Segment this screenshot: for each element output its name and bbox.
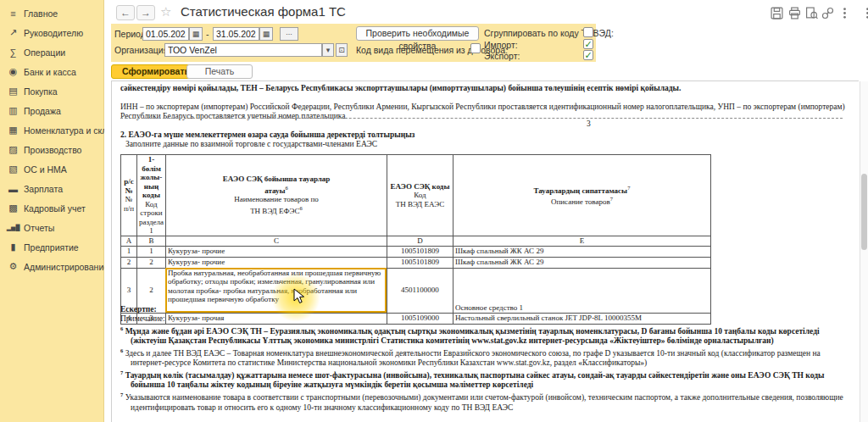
letter-cell[interactable]: D xyxy=(387,236,453,246)
organization-input[interactable] xyxy=(164,43,322,57)
page-number: 3 xyxy=(587,119,591,128)
sidebar-item-enterprise[interactable]: ▮Предприятие xyxy=(0,237,103,257)
notes-title-ru: Примечание: xyxy=(120,314,854,324)
sidebar-item-operations[interactable]: ∑Операции xyxy=(0,42,103,62)
trend-icon: ↗ xyxy=(6,27,20,38)
sidebar-item-label: Предприятие xyxy=(24,242,79,253)
cell-tn-code[interactable]: 1005101809 xyxy=(387,246,453,257)
organization-label: Организация: xyxy=(114,45,170,55)
sidebar-item-purchase[interactable]: ▤Покупка xyxy=(0,81,103,101)
cell-description[interactable]: Шкаф спальный ЖК АС 29 xyxy=(453,246,710,257)
header-text: Тауарлардың сипаттамасы xyxy=(534,186,628,195)
check-properties-button[interactable]: Проверить необходимые свойства xyxy=(356,26,479,41)
open-item-icon[interactable]: ⊡ xyxy=(336,43,348,57)
table-header-description[interactable]: Тауарлардың сипаттамасы7Описание товаров… xyxy=(453,155,710,236)
period-from-input[interactable] xyxy=(142,27,189,41)
chevron-down-icon[interactable]: ▾ xyxy=(322,43,334,57)
print-button[interactable]: Печать xyxy=(186,64,253,79)
page-title: Статистическая форма1 ТС xyxy=(181,4,346,19)
sidebar-item-label: Продажа xyxy=(24,106,61,116)
sidebar-item-label: Отчеты xyxy=(24,223,54,233)
sidebar-item-label: Производство xyxy=(24,145,81,155)
cell-num[interactable]: 2 xyxy=(121,257,137,268)
letter-cell[interactable]: С xyxy=(165,236,387,246)
group-by-code-checkbox[interactable] xyxy=(583,27,593,37)
sidebar-item-production[interactable]: ▨Производство xyxy=(0,140,103,159)
header-text: Код строки раздела 1 xyxy=(139,200,164,236)
people-icon: ▩ xyxy=(6,203,20,214)
section-title-ru: Заполните данные по взаимной торговле с … xyxy=(125,140,377,148)
footnote-ref: 6 xyxy=(286,185,288,191)
truck-icon: ▧ xyxy=(6,164,20,175)
footnote-marker: 7 xyxy=(120,369,123,375)
forward-button[interactable]: → xyxy=(136,5,155,20)
import-label: Импорт: xyxy=(484,40,518,50)
table-header-code[interactable]: ЕАЭО СЭҚ кодыКод ТН ВЭД ЕАЭС xyxy=(387,155,453,236)
link-icon[interactable] xyxy=(821,7,834,19)
footnote-6-ru: 6 Здесь и далее ТН ВЭД ЕАЭС – Товарная н… xyxy=(120,346,854,368)
vertical-scrollbar[interactable] xyxy=(860,81,868,422)
operations-icon: ∑ xyxy=(6,47,20,58)
back-button[interactable]: ← xyxy=(116,5,135,20)
table-row: 2 2 Кукуруза- прочие 1005101809 Шкаф спа… xyxy=(121,257,711,268)
footnotes-block: Ескертпе: Примечание: 6 Мұнда және бұдан… xyxy=(120,305,854,413)
export-checkbox[interactable]: ✓ xyxy=(583,50,593,60)
sidebar-item-salary[interactable]: ▬Зарплата xyxy=(0,179,103,198)
sidebar-item-manager[interactable]: ↗Руководителю xyxy=(0,23,103,42)
period-to-input[interactable] xyxy=(213,27,259,41)
sidebar-item-fixed-assets[interactable]: ▧ОС и НМА xyxy=(0,159,103,179)
app-window: ≡Главное ↗Руководителю ∑Операции ◉Банк и… xyxy=(0,0,868,422)
sidebar-item-home[interactable]: ≡Главное xyxy=(0,3,103,23)
cell-tn-code[interactable]: 1005101809 xyxy=(387,257,453,268)
export-label: Экспорт: xyxy=(484,51,520,61)
sidebar-item-hr[interactable]: ▩Кадровый учет xyxy=(0,198,103,218)
sidebar-item-label: Главное xyxy=(24,8,58,19)
sidebar-item-nomenclature[interactable]: ▦Номенклатура и склад xyxy=(0,120,103,140)
cell-name[interactable]: Кукуруза- прочие xyxy=(165,246,387,257)
table-letter-row: А В С D Е xyxy=(121,236,711,246)
gear-icon: ⚙ xyxy=(6,261,20,272)
sidebar-item-label: Номенклатура и склад xyxy=(24,125,117,136)
sidebar-item-label: Покупка xyxy=(24,86,58,97)
more-menu-icon[interactable] xyxy=(838,7,851,19)
movement-code-checkbox[interactable] xyxy=(470,43,481,53)
grid-icon: ▦ xyxy=(6,125,20,136)
sidebar-item-reports[interactable]: ▂▅█Отчеты xyxy=(0,218,103,237)
sidebar-item-label: Зарплата xyxy=(24,184,63,194)
period-more-button[interactable]: ... xyxy=(280,27,298,41)
sidebar-item-admin[interactable]: ⚙Администрирование xyxy=(0,257,103,276)
letter-cell[interactable]: Е xyxy=(453,236,710,246)
table-header-num[interactable]: р/с №№ п/п xyxy=(121,155,137,236)
table-header-name[interactable]: ЕАЭО СЭҚ бойынша тауарлар атауы6Наименов… xyxy=(165,155,387,236)
header-text: Код ТН ВЭД ЕАЭС xyxy=(396,191,445,208)
parameters-panel: Период: ▦ - ▦ ... Проверить необходимые … xyxy=(111,24,596,62)
import-checkbox[interactable]: ✓ xyxy=(583,39,593,49)
favorite-star-icon[interactable]: ☆ xyxy=(160,4,171,19)
building-icon: ▮ xyxy=(6,242,20,253)
calendar-icon[interactable]: ▦ xyxy=(189,27,203,41)
sidebar-item-sales[interactable]: ▥Продажа xyxy=(0,101,103,120)
document-view: сәйкестендіру нөмірі қойылады, ТЕН – Бел… xyxy=(111,81,859,422)
letter-cell[interactable]: В xyxy=(137,236,166,246)
more-menu-icon[interactable] xyxy=(861,7,868,19)
trade-table: р/с №№ п/п 1-бөлім жолы- ның кодыКод стр… xyxy=(120,154,711,325)
letter-cell[interactable]: А xyxy=(121,236,137,246)
cell-num[interactable]: 1 xyxy=(121,246,137,257)
cell-row-code[interactable]: 2 xyxy=(137,257,166,268)
menu-icon: ≡ xyxy=(6,8,20,19)
cell-row-code[interactable]: 1 xyxy=(137,246,166,257)
table-header-row-code[interactable]: 1-бөлім жолы- ның кодыКод строки раздела… xyxy=(137,155,166,236)
preview-icon[interactable] xyxy=(805,7,818,19)
header-text: № п/п xyxy=(124,195,134,213)
sidebar-item-bank[interactable]: ◉Банк и касса xyxy=(0,62,103,81)
scrollbar-thumb[interactable] xyxy=(861,174,867,250)
sidebar-item-label: Операции xyxy=(24,47,65,58)
footnote-ref: 7 xyxy=(610,196,613,202)
save-icon[interactable] xyxy=(771,7,783,19)
card-icon: ▬ xyxy=(6,184,20,194)
cell-description[interactable]: Шкаф спальный ЖК АС 29 xyxy=(453,257,710,268)
cell-name[interactable]: Кукуруза- прочие xyxy=(165,257,387,268)
calendar-icon[interactable]: ▦ xyxy=(259,27,273,41)
section-title-kz: 2. ЕАЭО-га мүше мемлекеттермен өзара сау… xyxy=(120,130,415,139)
print-icon[interactable] xyxy=(788,7,801,19)
